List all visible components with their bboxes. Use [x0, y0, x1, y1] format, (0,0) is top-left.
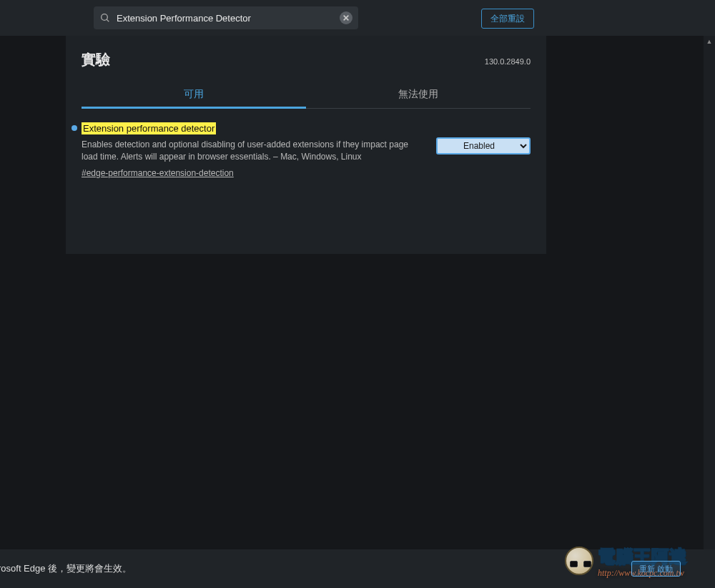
clear-search-button[interactable] — [340, 11, 352, 24]
footer-text: rosoft Edge 後，變更將會生效。 — [0, 562, 132, 575]
flag-main: Extension performance detector Enables d… — [82, 122, 425, 179]
close-icon — [342, 14, 350, 21]
restart-footer: rosoft Edge 後，變更將會生效。 — [0, 549, 715, 588]
reset-all-button[interactable]: 全部重設 — [481, 9, 534, 29]
topbar: 全部重設 — [0, 0, 715, 36]
svg-point-0 — [102, 14, 108, 21]
tab-available[interactable]: 可用 — [82, 82, 306, 109]
panel-header: 實驗 130.0.2849.0 — [82, 50, 531, 69]
flag-select-wrap: DefaultEnabledDisabled — [436, 122, 531, 155]
flag-description: Enables detection and optional disabling… — [82, 139, 425, 164]
tabs: 可用 無法使用 — [82, 82, 531, 109]
app-root: 全部重設 實驗 130.0.2849.0 可用 無法使用 Extension p… — [0, 0, 715, 588]
search-input[interactable] — [117, 13, 340, 24]
search-box — [94, 6, 358, 29]
flag-modified-dot — [72, 125, 77, 131]
search-icon — [99, 12, 111, 24]
experiments-panel: 實驗 130.0.2849.0 可用 無法使用 Extension perfor… — [66, 36, 546, 254]
flag-title: Extension performance detector — [82, 122, 216, 134]
svg-line-1 — [107, 19, 109, 21]
flag-row: Extension performance detector Enables d… — [82, 122, 531, 179]
flag-hash-link[interactable]: #edge-performance-extension-detection — [82, 168, 234, 178]
page-title: 實驗 — [82, 50, 110, 69]
restart-button[interactable]: 重新 啟動 — [631, 561, 681, 577]
scroll-up-arrow[interactable]: ▲ — [704, 36, 715, 47]
version-label: 130.0.2849.0 — [485, 57, 531, 66]
tab-unavailable[interactable]: 無法使用 — [306, 82, 531, 108]
flag-state-select[interactable]: DefaultEnabledDisabled — [436, 137, 531, 155]
scrollbar-track[interactable] — [704, 36, 715, 549]
